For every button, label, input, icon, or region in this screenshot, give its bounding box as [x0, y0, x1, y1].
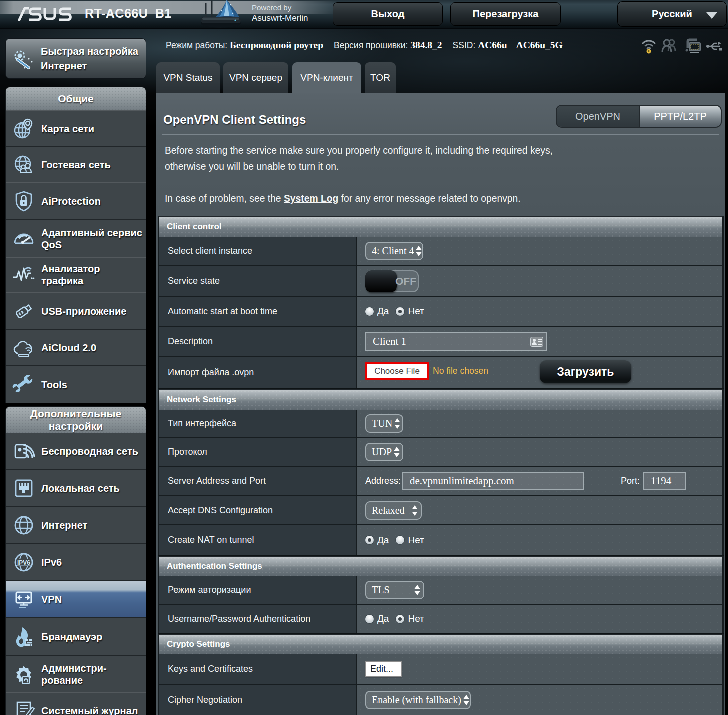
svg-text:IPV6: IPV6	[18, 560, 30, 566]
